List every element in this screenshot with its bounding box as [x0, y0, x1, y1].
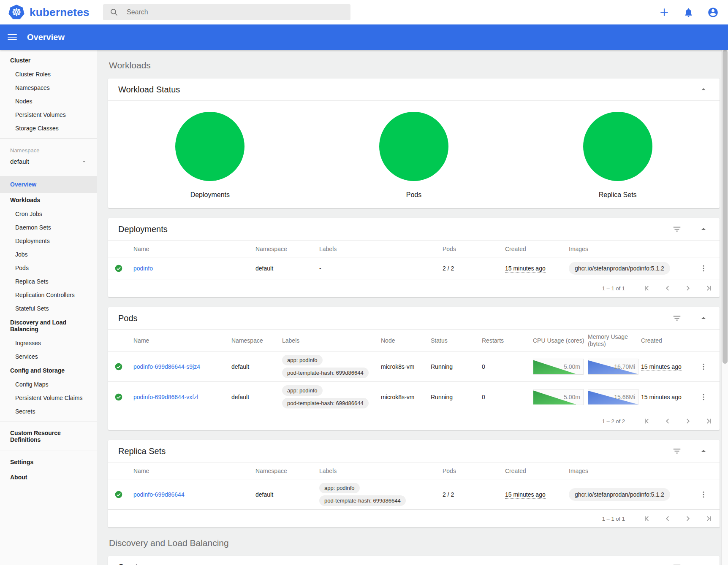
- first-page-icon[interactable]: [643, 514, 652, 523]
- deployment-namespace: default: [255, 265, 319, 272]
- notifications-bell-icon[interactable]: [683, 7, 694, 18]
- pods-table-header: Name Namespace Labels Node Status Restar…: [108, 330, 720, 351]
- main-content: Workloads Workload Status Deployments: [97, 50, 728, 565]
- sidebar-header-config[interactable]: Config and Storage: [0, 363, 97, 378]
- sidebar-item-config-maps[interactable]: Config Maps: [0, 378, 97, 391]
- sidebar-item-about[interactable]: About: [0, 470, 97, 485]
- scrollbar-track[interactable]: [721, 50, 728, 565]
- replica-set-label-chip: pod-template-hash: 699d86644: [319, 495, 406, 506]
- workload-status-card: Workload Status Deployments Pods: [108, 78, 720, 208]
- replica-set-name-link[interactable]: podinfo-699d86644: [133, 491, 185, 498]
- menu-hamburger-icon[interactable]: [8, 34, 17, 40]
- sidebar-item-replica-sets[interactable]: Replica Sets: [0, 275, 97, 288]
- section-title-discovery: Discovery and Load Balancing: [109, 538, 720, 548]
- deployments-table-header: Name Namespace Labels Pods Created Image…: [108, 241, 720, 257]
- sidebar-nav: Cluster Cluster Roles Namespaces Nodes P…: [0, 50, 97, 565]
- sidebar-item-deployments[interactable]: Deployments: [0, 234, 97, 248]
- pod-name-link[interactable]: podinfo-699d86644-s9jz4: [133, 363, 200, 370]
- filter-icon[interactable]: [672, 446, 682, 456]
- sidebar-item-pods[interactable]: Pods: [0, 261, 97, 275]
- row-menu-kebab-icon[interactable]: [699, 393, 708, 401]
- search-input[interactable]: [127, 8, 344, 16]
- collapse-caret-icon[interactable]: [698, 224, 709, 234]
- namespace-select[interactable]: default: [10, 154, 87, 169]
- pod-created: 15 minutes ago: [641, 394, 682, 401]
- row-menu-kebab-icon[interactable]: [699, 490, 708, 499]
- filter-icon[interactable]: [672, 562, 682, 565]
- next-page-icon[interactable]: [683, 284, 693, 293]
- section-title-workloads: Workloads: [109, 60, 720, 70]
- col-pods: Pods: [443, 468, 505, 474]
- collapse-caret-icon[interactable]: [698, 84, 709, 95]
- pods-title: Pods: [118, 314, 672, 323]
- sidebar-divider: [0, 451, 97, 451]
- sidebar-item-nodes[interactable]: Nodes: [0, 95, 97, 108]
- sidebar-header-discovery[interactable]: Discovery and Load Balancing: [0, 315, 97, 336]
- sidebar-item-cron-jobs[interactable]: Cron Jobs: [0, 207, 97, 221]
- search-box[interactable]: [103, 4, 350, 20]
- sidebar-item-persistent-volume-claims[interactable]: Persistent Volume Claims: [0, 391, 97, 405]
- sidebar-header-workloads[interactable]: Workloads: [0, 193, 97, 207]
- filter-icon[interactable]: [672, 314, 682, 323]
- deployment-created: 15 minutes ago: [505, 265, 546, 273]
- collapse-caret-icon[interactable]: [698, 446, 709, 456]
- namespace-selected-value: default: [10, 158, 29, 165]
- pod-namespace: default: [231, 363, 282, 370]
- deployment-name-link[interactable]: podinfo: [133, 265, 153, 272]
- col-namespace: Namespace: [231, 337, 282, 344]
- app-bar: Overview: [0, 24, 728, 50]
- pod-name-link[interactable]: podinfo-699d86644-vxfzl: [133, 394, 198, 400]
- last-page-icon[interactable]: [704, 284, 713, 293]
- pods-status-pie: [379, 112, 448, 181]
- pod-status: Running: [431, 363, 482, 370]
- sidebar-item-services[interactable]: Services: [0, 350, 97, 363]
- col-labels: Labels: [319, 246, 443, 252]
- previous-page-icon[interactable]: [663, 514, 672, 523]
- filter-icon[interactable]: [672, 224, 682, 234]
- pod-namespace: default: [231, 394, 282, 400]
- row-menu-kebab-icon[interactable]: [699, 264, 708, 273]
- col-node: Node: [381, 337, 431, 344]
- col-namespace: Namespace: [255, 468, 319, 474]
- account-circle-icon[interactable]: [707, 7, 719, 18]
- col-name: Name: [133, 468, 255, 474]
- pods-card: Pods Name Namespace Labels Node Status: [108, 307, 720, 430]
- previous-page-icon[interactable]: [663, 284, 672, 293]
- sidebar-item-storage-classes[interactable]: Storage Classes: [0, 122, 97, 135]
- sidebar-item-replication-controllers[interactable]: Replication Controllers: [0, 288, 97, 302]
- sidebar-item-daemon-sets[interactable]: Daemon Sets: [0, 221, 97, 234]
- col-images: Images: [569, 468, 687, 474]
- sidebar-item-secrets[interactable]: Secrets: [0, 405, 97, 418]
- sidebar-item-namespaces[interactable]: Namespaces: [0, 81, 97, 95]
- col-name: Name: [133, 337, 231, 344]
- replica-set-namespace: default: [255, 491, 319, 498]
- sidebar-header-cluster[interactable]: Cluster: [0, 53, 97, 68]
- sidebar-item-settings[interactable]: Settings: [0, 454, 97, 470]
- sidebar-item-ingresses[interactable]: Ingresses: [0, 336, 97, 350]
- last-page-icon[interactable]: [704, 514, 713, 523]
- collapse-caret-icon[interactable]: [698, 562, 709, 565]
- collapse-caret-icon[interactable]: [698, 313, 709, 323]
- sidebar-item-persistent-volumes[interactable]: Persistent Volumes: [0, 108, 97, 122]
- services-title: Services: [118, 562, 672, 565]
- next-page-icon[interactable]: [683, 416, 693, 426]
- first-page-icon[interactable]: [643, 416, 652, 426]
- first-page-icon[interactable]: [643, 284, 652, 293]
- previous-page-icon[interactable]: [663, 416, 672, 426]
- sidebar-item-cluster-roles[interactable]: Cluster Roles: [0, 68, 97, 81]
- last-page-icon[interactable]: [704, 416, 713, 426]
- sidebar-item-jobs[interactable]: Jobs: [0, 248, 97, 261]
- deployment-pods: 2 / 2: [443, 265, 505, 272]
- sidebar-item-stateful-sets[interactable]: Stateful Sets: [0, 302, 97, 315]
- sidebar-item-custom-resource-definitions[interactable]: Custom Resource Definitions: [0, 425, 97, 447]
- cpu-usage-value: 5.00m: [564, 394, 580, 400]
- create-add-icon[interactable]: [659, 7, 670, 18]
- scrollbar-thumb[interactable]: [723, 50, 728, 364]
- replica-sets-card: Replica Sets Name Namespace Labels Pods …: [108, 440, 720, 527]
- status-ok-icon: [108, 264, 133, 273]
- services-card: Services: [108, 556, 720, 565]
- sidebar-item-overview[interactable]: Overview: [0, 176, 97, 193]
- next-page-icon[interactable]: [683, 514, 693, 523]
- cpu-usage-value: 5.00m: [564, 363, 580, 370]
- row-menu-kebab-icon[interactable]: [699, 362, 708, 371]
